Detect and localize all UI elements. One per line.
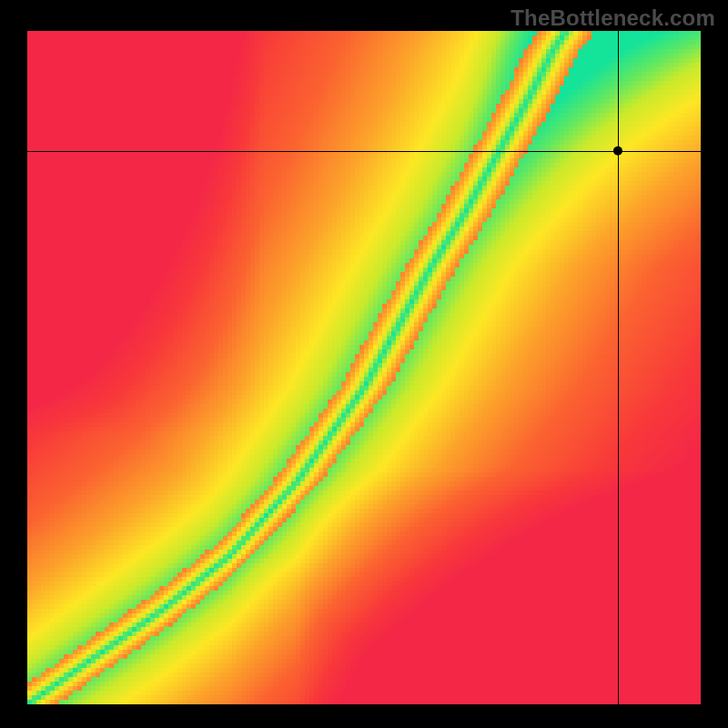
- chart-container: TheBottleneck.com: [0, 0, 728, 728]
- watermark: TheBottleneck.com: [511, 5, 715, 31]
- crosshair-overlay: [27, 31, 701, 704]
